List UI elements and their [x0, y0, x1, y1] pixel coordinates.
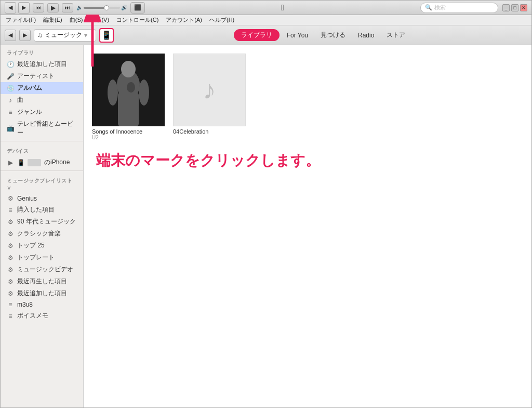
sidebar-label-musicvideo: ミュージックビデオ — [17, 265, 73, 274]
album-art-0 — [92, 54, 165, 126]
menu-bar: ファイル(F) 編集(E) 曲(S) 表示(V) コントロール(C) アカウント… — [1, 15, 531, 25]
sidebar-item-m3u8[interactable]: ≡ m3u8 — [1, 299, 83, 310]
album-art-1: ♪ — [173, 54, 246, 126]
sidebar-item-songs[interactable]: ♪ 曲 — [1, 94, 83, 106]
sidebar-item-toprated[interactable]: ⚙ トップレート — [1, 252, 83, 264]
album-title-1: 04Celebration — [173, 128, 246, 135]
iphone-icon: 📱 — [17, 159, 24, 166]
sidebar-divider-1 — [1, 141, 83, 141]
menu-view[interactable]: 表示(V) — [87, 15, 112, 25]
album-item-0[interactable]: Songs of Innocence U2 — [92, 54, 165, 140]
menu-controls[interactable]: コントロール(C) — [113, 15, 162, 25]
library-section-label: ライブラリ — [1, 45, 83, 58]
device-icon-btn[interactable]: 📱 — [99, 28, 114, 43]
albums-icon: 💿 — [7, 85, 14, 92]
toolbar-fwd-btn[interactable]: ▶ — [19, 30, 31, 41]
tab-library[interactable]: ライブラリ — [234, 29, 280, 41]
toolbar: ◀ ▶ ♫ ミュージック ▾ 📱 ライブラリ For You 見つける Radi… — [1, 25, 531, 45]
tab-browse[interactable]: 見つける — [315, 29, 351, 41]
svg-rect-5 — [118, 93, 139, 126]
album-artist-0: U2 — [92, 135, 165, 140]
menu-account[interactable]: アカウント(A) — [163, 15, 205, 25]
next-track-btn[interactable]: ⏭ — [62, 3, 73, 12]
sidebar-item-artists[interactable]: 🎤 アーティスト — [1, 70, 83, 82]
album-item-1[interactable]: ♪ 04Celebration — [173, 54, 246, 140]
minimize-btn[interactable]: _ — [502, 4, 510, 11]
svg-point-8 — [139, 80, 149, 106]
sidebar-item-purchased[interactable]: ≡ 購入した項目 — [1, 204, 83, 216]
volume-slider[interactable]: 🔈 🔊 — [76, 5, 127, 10]
sidebar-label-artists: アーティスト — [17, 72, 55, 81]
tab-store[interactable]: ストア — [381, 29, 410, 41]
sidebar-label-tv: テレビ番組とムービー — [17, 120, 77, 137]
sidebar-label-recent: 最近追加した項目 — [17, 60, 67, 69]
recentadd-icon: ⚙ — [7, 290, 14, 297]
svg-point-4 — [121, 61, 136, 77]
sidebar-iphone-suffix: のiPhone — [44, 158, 70, 167]
sidebar-label-purchased: 購入した項目 — [17, 205, 55, 214]
sidebar-item-90s[interactable]: ⚙ 90 年代ミュージック — [1, 216, 83, 228]
device-icon: 📱 — [101, 30, 112, 40]
menu-file[interactable]: ファイル(F) — [3, 15, 39, 25]
sidebar-divider-2 — [1, 170, 83, 171]
breadcrumb: ♫ ミュージック ▾ — [34, 29, 96, 42]
sidebar-label-classic: クラシック音楽 — [17, 229, 61, 238]
tv-icon: 📺 — [7, 125, 14, 132]
sidebar-item-iphone[interactable]: ▶ 📱 のiPhone — [1, 156, 83, 168]
m3u8-icon: ≡ — [7, 301, 14, 308]
toolbar-back-btn[interactable]: ◀ — [5, 30, 16, 41]
sidebar-label-recentadd: 最近追加した項目 — [17, 289, 67, 298]
svg-point-7 — [108, 80, 118, 106]
nav-back-btn[interactable]: ◀ — [5, 2, 16, 14]
title-bar: ◀ ▶ ⏮ ▶ ⏭ 🔈 🔊 ⬛  🔍 検索 — [1, 1, 531, 15]
menu-edit[interactable]: 編集(E) — [40, 15, 65, 25]
sidebar-item-albums[interactable]: 💿 アルバム — [1, 82, 83, 94]
sidebar: ライブラリ 🕐 最近追加した項目 🎤 アーティスト 💿 アルバム ♪ 曲 ≡ ジ… — [1, 45, 84, 407]
airplay-btn[interactable]: ⬛ — [130, 2, 145, 14]
playlists-section-label[interactable]: ミュージックプレイリスト ∨ — [1, 173, 83, 193]
sidebar-item-recentplay[interactable]: ⚙ 最近再生した項目 — [1, 275, 83, 287]
main-content: ライブラリ 🕐 最近追加した項目 🎤 アーティスト 💿 アルバム ♪ 曲 ≡ ジ… — [1, 45, 531, 407]
sidebar-label-iphone — [28, 159, 41, 166]
sidebar-item-voicememo[interactable]: ≡ ボイスメモ — [1, 310, 83, 322]
music-placeholder-icon: ♪ — [203, 75, 216, 105]
menu-help[interactable]: ヘルプ(H) — [206, 15, 237, 25]
voicememo-icon: ≡ — [7, 312, 14, 320]
sidebar-item-musicvideo[interactable]: ⚙ ミュージックビデオ — [1, 264, 83, 275]
genres-icon: ≡ — [7, 109, 14, 116]
annotation-text: 端末のマークをクリックします。 — [96, 151, 523, 170]
sidebar-label-songs: 曲 — [17, 96, 23, 104]
tab-radio[interactable]: Radio — [353, 30, 379, 41]
content-area: Songs of Innocence U2 ♪ 04Celebration 端末… — [84, 45, 531, 407]
sidebar-item-top25[interactable]: ⚙ トップ 25 — [1, 240, 83, 252]
sidebar-label-recentplay: 最近再生した項目 — [17, 277, 67, 286]
search-placeholder: 検索 — [434, 4, 446, 11]
songs-icon: ♪ — [7, 97, 14, 104]
90s-icon: ⚙ — [7, 218, 14, 226]
breadcrumb-chevron: ▾ — [84, 32, 87, 39]
title-bar-left: ◀ ▶ ⏮ ▶ ⏭ 🔈 🔊 ⬛ — [5, 2, 145, 14]
sidebar-item-tv[interactable]: 📺 テレビ番組とムービー — [1, 118, 83, 139]
toprated-icon: ⚙ — [7, 254, 14, 261]
prev-track-btn[interactable]: ⏮ — [33, 3, 44, 12]
sidebar-item-classic[interactable]: ⚙ クラシック音楽 — [1, 228, 83, 240]
sidebar-label-m3u8: m3u8 — [17, 301, 33, 308]
close-btn[interactable]: ✕ — [520, 4, 527, 11]
top25-icon: ⚙ — [7, 242, 14, 249]
play-btn[interactable]: ▶ — [47, 3, 59, 12]
sidebar-label-90s: 90 年代ミュージック — [17, 217, 76, 226]
sidebar-item-genres[interactable]: ≡ ジャンル — [1, 106, 83, 118]
album-title-0: Songs of Innocence — [92, 128, 165, 135]
sidebar-label-voicememo: ボイスメモ — [17, 311, 48, 320]
restore-btn[interactable]: □ — [511, 4, 518, 11]
nav-fwd-btn[interactable]: ▶ — [18, 2, 30, 14]
sidebar-label-genres: ジャンル — [17, 108, 42, 116]
purchased-icon: ≡ — [7, 206, 14, 214]
recent-icon: 🕐 — [7, 61, 14, 68]
tab-for-you[interactable]: For You — [282, 30, 313, 41]
sidebar-item-recentadd[interactable]: ⚙ 最近追加した項目 — [1, 287, 83, 299]
search-box[interactable]: 🔍 検索 — [420, 3, 498, 13]
menu-song[interactable]: 曲(S) — [66, 15, 86, 25]
sidebar-item-genius[interactable]: ⚙ Genius — [1, 193, 83, 204]
sidebar-item-recent[interactable]: 🕐 最近追加した項目 — [1, 58, 83, 70]
